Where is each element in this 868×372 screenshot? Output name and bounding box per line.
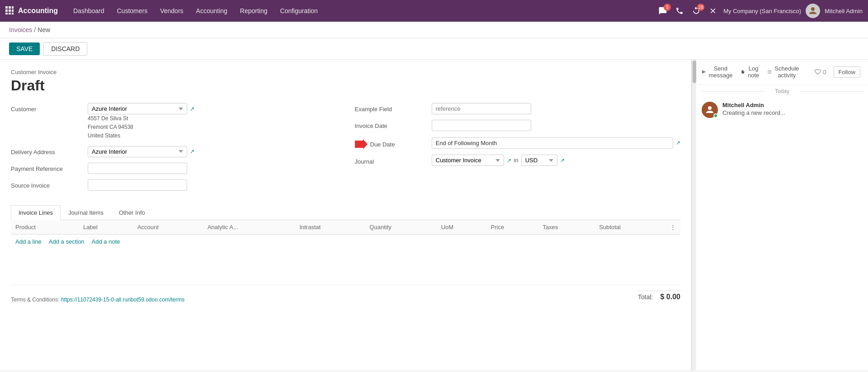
action-bar: SAVE DISCARD bbox=[0, 38, 868, 60]
currency-select[interactable]: USD bbox=[521, 155, 557, 166]
col-uom: UoM bbox=[437, 220, 486, 235]
send-message-button[interactable]: Send message bbox=[702, 63, 734, 80]
terms-url[interactable]: https://11072439-15-0-all.runbot59.odoo.… bbox=[61, 297, 185, 303]
form-type-label: Customer Invoice bbox=[11, 69, 680, 75]
due-date-text[interactable]: End of Following Month bbox=[432, 137, 674, 149]
tab-other-info[interactable]: Other Info bbox=[111, 205, 153, 220]
delivery-address-select[interactable]: Azure Interior bbox=[88, 146, 187, 157]
chatter-date-divider: Today bbox=[696, 85, 868, 98]
save-button[interactable]: SAVE bbox=[9, 42, 40, 55]
chat-icon[interactable]: 5 bbox=[656, 5, 669, 17]
scrollbar-track[interactable] bbox=[692, 60, 696, 370]
breadcrumb-parent[interactable]: Invoices bbox=[9, 26, 32, 33]
due-date-ext-link[interactable]: ↗ bbox=[676, 140, 680, 146]
customer-row: Customer Azure Interior ↗ 4557 De Silva … bbox=[11, 103, 337, 141]
due-date-label: Due Date bbox=[355, 137, 432, 149]
source-invoice-row: Source Invoice bbox=[11, 179, 337, 191]
nav-reporting[interactable]: Reporting bbox=[234, 0, 274, 22]
discard-button[interactable]: DISCARD bbox=[43, 42, 87, 56]
scrollbar-thumb[interactable] bbox=[693, 61, 696, 83]
company-name: My Company (San Francisco) bbox=[723, 8, 801, 14]
schedule-activity-button[interactable]: Schedule activity bbox=[768, 63, 800, 80]
source-invoice-value[interactable] bbox=[88, 179, 337, 191]
invoice-date-row: Invoice Date bbox=[355, 120, 681, 131]
col-options[interactable]: ⋮ bbox=[665, 220, 680, 235]
terms-text: Terms & Conditions: https://11072439-15-… bbox=[11, 297, 184, 303]
red-arrow-icon bbox=[355, 139, 368, 149]
example-field-label: Example Field bbox=[355, 103, 432, 113]
avatar[interactable] bbox=[806, 4, 820, 18]
svg-rect-1 bbox=[9, 6, 11, 9]
payment-reference-row: Payment Reference bbox=[11, 163, 337, 174]
refresh-badge: 28 bbox=[697, 4, 704, 11]
col-analytic: Analytic A... bbox=[203, 220, 295, 235]
add-links: Add a line Add a section Add a note bbox=[11, 235, 680, 249]
likes-count[interactable]: 0 bbox=[815, 69, 826, 75]
payment-reference-value[interactable] bbox=[88, 163, 337, 174]
brand-label[interactable]: Accounting bbox=[18, 7, 58, 15]
main-layout: Customer Invoice Draft Customer Azure In… bbox=[0, 60, 868, 370]
topnav: Accounting Dashboard Customers Vendors A… bbox=[0, 0, 868, 22]
refresh-icon[interactable]: 28 bbox=[690, 5, 703, 17]
delivery-address-value: Azure Interior ↗ bbox=[88, 146, 337, 157]
svg-rect-3 bbox=[5, 9, 8, 12]
customer-ext-link[interactable]: ↗ bbox=[190, 106, 194, 112]
invoice-table: Product Label Account Analytic A... Intr… bbox=[11, 220, 680, 235]
topnav-menu: Dashboard Customers Vendors Accounting R… bbox=[67, 0, 324, 22]
col-label: Label bbox=[79, 220, 133, 235]
user-name: Mitchell Admin bbox=[825, 8, 863, 14]
example-field-value[interactable] bbox=[432, 103, 681, 114]
col-product: Product bbox=[11, 220, 79, 235]
add-note-link[interactable]: Add a note bbox=[92, 238, 120, 245]
svg-point-9 bbox=[811, 7, 815, 11]
total-label: Total: bbox=[638, 293, 653, 301]
customer-address: 4557 De Silva St Fremont CA 94538 United… bbox=[88, 114, 337, 141]
breadcrumb: Invoices / New bbox=[0, 22, 868, 38]
example-field-input[interactable] bbox=[432, 103, 531, 114]
svg-marker-10 bbox=[355, 139, 368, 149]
total-line: Total: $ 0.00 bbox=[638, 291, 680, 303]
breadcrumb-current: New bbox=[38, 26, 50, 33]
col-taxes: Taxes bbox=[538, 220, 594, 235]
svg-rect-7 bbox=[9, 13, 11, 14]
nav-configuration[interactable]: Configuration bbox=[274, 0, 324, 22]
log-note-button[interactable]: Log note bbox=[741, 63, 760, 80]
total-amount: $ 0.00 bbox=[660, 293, 680, 301]
tabs-bar: Invoice Lines Journal Items Other Info bbox=[11, 205, 680, 220]
journal-ext-link[interactable]: ↗ bbox=[507, 157, 511, 164]
currency-ext-link[interactable]: ↗ bbox=[560, 157, 565, 164]
svg-rect-0 bbox=[5, 6, 8, 9]
delivery-address-label: Delivery Address bbox=[11, 146, 88, 155]
invoice-date-value[interactable] bbox=[432, 120, 681, 131]
delivery-ext-link[interactable]: ↗ bbox=[190, 148, 194, 155]
col-account: Account bbox=[133, 220, 203, 235]
add-section-link[interactable]: Add a section bbox=[49, 238, 85, 245]
invoice-date-input[interactable] bbox=[432, 120, 531, 131]
grid-icon[interactable] bbox=[5, 6, 14, 16]
topnav-right: 5 28 My Company (San Francisco) Mitchell… bbox=[656, 4, 863, 18]
customer-label: Customer bbox=[11, 103, 88, 113]
journal-select[interactable]: Customer Invoice bbox=[432, 155, 504, 166]
payment-reference-input[interactable] bbox=[88, 163, 187, 174]
svg-rect-4 bbox=[9, 9, 11, 12]
phone-icon[interactable] bbox=[674, 5, 685, 17]
tab-invoice-lines[interactable]: Invoice Lines bbox=[11, 205, 61, 220]
close-icon[interactable] bbox=[707, 5, 719, 17]
tab-journal-items[interactable]: Journal Items bbox=[61, 205, 111, 220]
nav-vendors[interactable]: Vendors bbox=[154, 0, 189, 22]
nav-dashboard[interactable]: Dashboard bbox=[67, 0, 111, 22]
payment-reference-label: Payment Reference bbox=[11, 163, 88, 172]
add-line-link[interactable]: Add a line bbox=[15, 238, 42, 245]
nav-customers[interactable]: Customers bbox=[111, 0, 154, 22]
online-indicator bbox=[713, 113, 718, 118]
customer-select[interactable]: Azure Interior bbox=[88, 103, 187, 114]
chat-badge: 5 bbox=[664, 4, 671, 11]
due-date-value: End of Following Month ↗ bbox=[432, 137, 681, 149]
chatter-message-text: Creating a new record... bbox=[722, 109, 863, 116]
nav-accounting[interactable]: Accounting bbox=[190, 0, 234, 22]
svg-rect-8 bbox=[12, 13, 14, 14]
follow-button[interactable]: Follow bbox=[834, 66, 861, 78]
svg-rect-6 bbox=[5, 13, 8, 14]
source-invoice-input[interactable] bbox=[88, 179, 187, 191]
journal-row: Journal Customer Invoice ↗ in USD bbox=[355, 155, 681, 166]
